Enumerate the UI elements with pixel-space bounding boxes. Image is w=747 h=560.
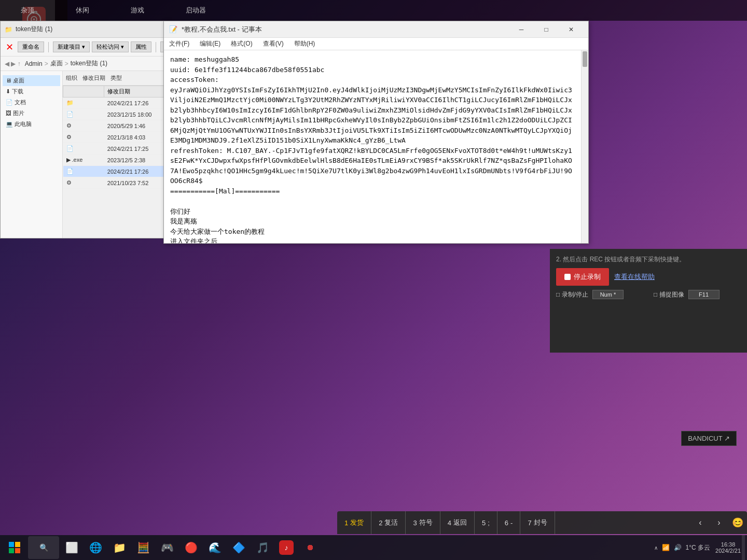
taskbar-explorer[interactable]: 📁 — [108, 536, 131, 559]
shortcut-capture: □ 捕捉图像 F11 — [654, 290, 741, 299]
breadcrumb-admin[interactable]: Admin — [25, 60, 43, 67]
toolbar-item-2[interactable]: 2 复活 — [371, 511, 406, 534]
fe-new-item-btn[interactable]: 新建项目 ▾ — [53, 41, 90, 52]
obs-icon: ⏺ — [306, 543, 314, 552]
fe-easy-access-btn[interactable]: 轻松访问 ▾ — [92, 41, 129, 52]
svg-rect-7 — [9, 542, 14, 547]
taskbar-steam[interactable]: 🌊 — [203, 536, 226, 559]
sidebar-pictures[interactable]: 🖼 图片 — [3, 108, 60, 119]
toolbar-item-1[interactable]: 1 发货 — [337, 511, 371, 534]
notepad-menubar: 文件(F) 编辑(E) 格式(O) 查看(V) 帮助(H) — [164, 38, 588, 50]
svg-rect-8 — [15, 542, 20, 547]
taskbar-edge[interactable]: 🌐 — [84, 536, 107, 559]
notepad-text-content[interactable]: name: meshuggah85 uuid: 6e1ffe3f11244bca… — [164, 50, 581, 243]
weather-info: 1°C 多云 — [686, 543, 710, 552]
show-desktop-btn[interactable] — [742, 535, 745, 560]
edge-icon: 🌐 — [89, 541, 102, 554]
recording-shortcuts: □ 录制/停止 Num * □ 捕捉图像 F11 — [556, 290, 741, 299]
taskbar-netease-music[interactable]: ♪ — [275, 536, 298, 559]
recording-buttons: 停止录制 查看在线帮助 — [556, 268, 741, 286]
toolbar-next-btn[interactable]: › — [710, 511, 728, 534]
taskbar-calculator[interactable]: 🧮 — [132, 536, 155, 559]
clock-date: 2024/2/21 — [715, 548, 741, 554]
file-name: ⚙ — [63, 132, 104, 143]
sidebar-downloads[interactable]: ⬇ 下载 — [3, 86, 60, 97]
tray-arrow[interactable]: ∧ — [654, 545, 658, 551]
notepad-title: *教程,不会点我.txt - 记事本 — [182, 25, 262, 34]
notepad-minimize-btn[interactable]: ─ — [509, 21, 533, 38]
toolbar-item-4[interactable]: 4 返回 — [440, 511, 475, 534]
notepad-menu-view[interactable]: 查看(V) — [258, 38, 289, 50]
notepad-menu-file[interactable]: 文件(F) — [164, 38, 195, 50]
sidebar-thispc[interactable]: 💻 此电脑 — [3, 119, 60, 130]
sidebar-documents[interactable]: 📄 文档 — [3, 97, 60, 108]
task-view-icon: ⬜ — [65, 541, 78, 554]
shortcut-capture-key: F11 — [688, 290, 720, 299]
toolbar-label-7: 封号 — [534, 518, 547, 527]
toolbar-prev-btn[interactable]: ‹ — [691, 511, 710, 534]
toolbar-num-6: 6 — [505, 519, 508, 527]
taskbar-game-controller[interactable]: 🎮 — [156, 536, 178, 559]
shortcut-record-key: Num * — [592, 290, 624, 299]
toolbar-label-2: 复活 — [384, 518, 398, 527]
file-name: 📄 — [63, 109, 104, 120]
toolbar-emoji-btn[interactable]: 😊 — [728, 511, 747, 534]
notepad-menu-help[interactable]: 帮助(H) — [289, 38, 321, 50]
notepad-scrollbar[interactable] — [581, 50, 588, 243]
tray-volume: 🔊 — [674, 544, 682, 551]
taskbar-red-app[interactable]: 🔴 — [179, 536, 202, 559]
notepad-icon: 📝 — [169, 25, 177, 33]
taskbar-top-youxi[interactable]: 游戏 — [110, 0, 165, 21]
toolbar-item-3[interactable]: 3 符号 — [406, 511, 440, 534]
file-name: 📄 — [63, 143, 104, 155]
red-app-icon: 🔴 — [185, 541, 198, 554]
blue-app-icon: 🔷 — [232, 541, 245, 554]
notepad-window-controls: ─ □ ✕ — [509, 21, 583, 38]
stop-recording-button[interactable]: 停止录制 — [556, 268, 609, 286]
file-name: ⚙ — [63, 120, 104, 132]
windows-start-button[interactable] — [2, 535, 27, 560]
breadcrumb-folder[interactable]: token登陆 (1) — [71, 59, 107, 68]
notepad-close-btn[interactable]: ✕ — [559, 21, 583, 38]
taskbar-top-qidongqi[interactable]: 启动器 — [165, 0, 227, 21]
recording-panel: 2. 然后点击 REC 按钮或者音频下采制快捷键。 停止录制 查看在线帮助 □ … — [550, 249, 747, 353]
notepad-content-area: name: meshuggah85 uuid: 6e1ffe3f11244bca… — [164, 50, 588, 243]
stop-recording-icon — [564, 274, 571, 280]
toolbar-num-4: 4 — [448, 519, 451, 527]
toolbar-item-6[interactable]: 6 - — [497, 511, 521, 534]
file-name: 📄 — [63, 166, 104, 177]
recording-help-link[interactable]: 查看在线帮助 — [614, 272, 655, 282]
toolbar-label-6: - — [510, 519, 513, 527]
notepad-menu-format[interactable]: 格式(O) — [226, 38, 257, 50]
breadcrumb-desktop[interactable]: 桌面 — [50, 59, 63, 68]
toolbar-item-7[interactable]: 7 封号 — [520, 511, 555, 534]
taskbar-task-view[interactable]: ⬜ — [60, 536, 83, 559]
taskbar-blue-app[interactable]: 🔷 — [227, 536, 250, 559]
bandicut-popup[interactable]: BANDICUT ↗ — [681, 431, 737, 446]
taskbar-obs[interactable]: ⏺ — [299, 536, 322, 559]
toolbar-item-5[interactable]: 5 ; — [475, 511, 497, 534]
toolbar-num-2: 2 — [379, 519, 382, 527]
bottom-chat-toolbar: 1 发货 2 复活 3 符号 4 返回 5 ; 6 - 7 封号 ‹ › 😊 — [337, 511, 747, 534]
taskbar-top-zaiding[interactable]: 杂顶 — [0, 0, 55, 21]
shortcut-capture-label: □ 捕捉图像 — [654, 290, 684, 299]
music-icon: 🎵 — [256, 541, 269, 554]
fe-rename-btn[interactable]: 重命名 — [18, 41, 44, 52]
fe-delete-btn[interactable]: ✕ — [4, 41, 16, 53]
game-icon: 🎮 — [161, 541, 174, 554]
notepad-maximize-btn[interactable]: □ — [534, 21, 558, 38]
taskbar-music[interactable]: 🎵 — [251, 536, 274, 559]
file-explorer-breadcrumb: Admin > 桌面 > token登陆 (1) — [25, 59, 107, 68]
system-tray: ∧ 📶 🔊 1°C 多云 — [650, 543, 714, 552]
file-explorer-folder-icon: 📁 — [5, 26, 12, 33]
file-name: ⚙ — [63, 177, 104, 189]
system-clock[interactable]: 16:38 2024/2/21 — [715, 541, 741, 554]
notepad-menu-edit[interactable]: 编辑(E) — [195, 38, 226, 50]
fe-properties-btn[interactable]: 属性 — [131, 41, 151, 52]
toolbar-label-3: 符号 — [419, 518, 433, 527]
sidebar-desktop[interactable]: 🖥 桌面 — [3, 75, 60, 86]
shortcut-record-label: □ 录制/停止 — [556, 290, 588, 299]
taskbar-search[interactable]: 🔍 — [28, 536, 59, 559]
toolbar-num-3: 3 — [413, 519, 417, 527]
taskbar-top-xiuxian[interactable]: 休闲 — [55, 0, 110, 21]
